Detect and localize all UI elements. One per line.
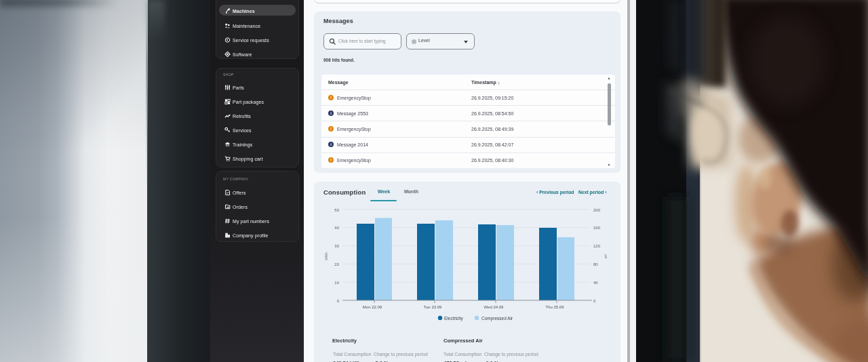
svg-text:Wed 24.09: Wed 24.09 bbox=[484, 305, 505, 309]
svg-text:0: 0 bbox=[593, 299, 596, 303]
svg-text:Thu 25.09: Thu 25.09 bbox=[545, 305, 564, 309]
svg-text:kWh: kWh bbox=[324, 253, 328, 260]
svg-text:Electricity: Electricity bbox=[444, 316, 464, 321]
svg-text:Tue 23.09: Tue 23.09 bbox=[424, 305, 442, 309]
svg-text:40: 40 bbox=[593, 281, 598, 285]
svg-text:Mon 22.09: Mon 22.09 bbox=[363, 305, 382, 309]
svg-text:160: 160 bbox=[593, 226, 601, 230]
svg-text:80: 80 bbox=[593, 262, 598, 266]
svg-text:40: 40 bbox=[334, 226, 339, 230]
svg-text:50: 50 bbox=[334, 208, 339, 212]
svg-text:200: 200 bbox=[593, 208, 601, 212]
svg-text:30: 30 bbox=[334, 244, 339, 248]
svg-text:Compressed Air: Compressed Air bbox=[481, 316, 513, 321]
svg-text:0: 0 bbox=[337, 299, 340, 303]
svg-text:m³: m³ bbox=[604, 254, 608, 259]
svg-text:20: 20 bbox=[334, 262, 339, 266]
svg-text:120: 120 bbox=[593, 244, 601, 248]
svg-text:10: 10 bbox=[334, 281, 339, 285]
